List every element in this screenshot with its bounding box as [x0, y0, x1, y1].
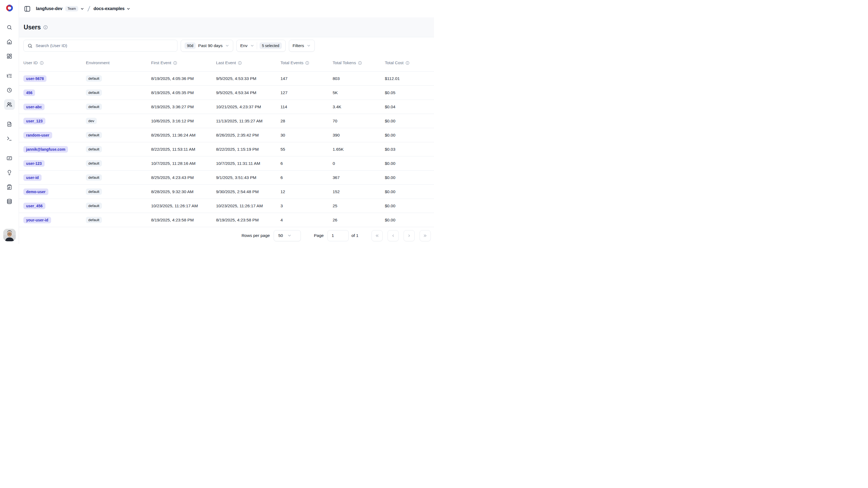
environment-badge: default [86, 104, 102, 110]
total-cost-cell: $0.00 [385, 175, 430, 180]
user-id-badge[interactable]: demo-user [23, 189, 49, 195]
rows-per-page-value: 50 [278, 233, 283, 238]
info-icon[interactable] [43, 25, 48, 30]
user-id-badge[interactable]: jannik@langfuse.com [23, 146, 68, 152]
total-events-cell: 114 [280, 105, 333, 109]
user-id-badge[interactable]: user_456 [23, 203, 45, 209]
breadcrumb-separator [87, 5, 91, 12]
last-page-button[interactable] [420, 230, 431, 241]
sidebar-item-home[interactable] [4, 36, 15, 47]
sidebar-item-scores[interactable] [4, 152, 15, 164]
column-header-total-events[interactable]: Total Events [280, 60, 333, 65]
environment-cell: default [86, 160, 151, 167]
first-event-cell: 8/28/2025, 9:32:30 AM [151, 189, 216, 194]
info-icon[interactable] [358, 61, 362, 65]
environment-badge: default [86, 146, 102, 152]
workspace-name[interactable]: langfuse-dev [36, 6, 62, 11]
chevron-down-icon[interactable] [126, 7, 130, 11]
previous-page-button[interactable] [388, 230, 399, 241]
total-events-cell: 12 [280, 189, 333, 194]
user-id-cell: user_456 [23, 203, 86, 209]
table-row[interactable]: user_456 default 10/23/2025, 11:26:17 AM… [19, 199, 434, 213]
user-id-cell: user-123 [23, 160, 86, 167]
last-event-cell: 8/22/2025, 1:15:19 PM [216, 147, 280, 152]
user-id-cell: user-id [23, 174, 86, 181]
sidebar-item-users[interactable] [4, 99, 15, 110]
users-table: User ID Environment First Event Last Eve… [19, 54, 434, 227]
info-icon[interactable] [238, 61, 242, 65]
table-row[interactable]: user-5678 default 8/19/2025, 4:05:36 PM … [19, 71, 434, 86]
sidebar-item-datasets[interactable] [4, 196, 15, 207]
time-range-button[interactable]: 90d Past 90 days [181, 40, 233, 52]
langfuse-logo[interactable] [4, 4, 15, 12]
filters-button[interactable]: Filters [289, 40, 315, 52]
sidebar-item-prompts[interactable] [4, 119, 15, 130]
sidebar-item-insights[interactable] [4, 167, 15, 178]
sidebar-item-evaluation[interactable] [4, 181, 15, 192]
user-id-badge[interactable]: 456 [23, 89, 35, 96]
search-icon [27, 43, 33, 49]
first-page-button[interactable] [372, 230, 383, 241]
column-header-total-cost[interactable]: Total Cost [385, 60, 430, 65]
next-page-button[interactable] [404, 230, 415, 241]
user-id-badge[interactable]: user-id [23, 174, 41, 181]
total-cost-cell: $0.04 [385, 105, 430, 109]
last-event-cell: 10/21/2025, 4:23:37 PM [216, 105, 280, 109]
info-icon[interactable] [305, 61, 309, 65]
table-row[interactable]: jannik@langfuse.com default 8/22/2025, 1… [19, 142, 434, 156]
sidebar-item-search[interactable] [4, 22, 15, 33]
column-header-user-id[interactable]: User ID [23, 60, 86, 65]
total-tokens-cell: 367 [333, 175, 385, 180]
sidebar [0, 0, 19, 244]
sidebar-item-sessions[interactable] [4, 85, 15, 95]
page-total-label: of 1 [351, 233, 359, 238]
info-icon[interactable] [173, 61, 177, 65]
environment-filter-button[interactable]: Env 5 selected [237, 40, 286, 52]
user-id-badge[interactable]: your-user-id [23, 217, 51, 223]
table-row[interactable]: demo-user default 8/28/2025, 9:32:30 AM … [19, 185, 434, 199]
last-event-cell: 9/5/2025, 4:53:34 PM [216, 90, 280, 95]
info-icon[interactable] [405, 61, 409, 65]
table-row[interactable]: user_123 dev 10/6/2025, 3:16:12 PM 11/13… [19, 114, 434, 128]
divider [257, 42, 257, 49]
column-header-environment[interactable]: Environment [86, 60, 151, 65]
sidebar-item-dashboards[interactable] [4, 51, 15, 61]
sidebar-toggle-button[interactable] [24, 5, 31, 12]
page-header: Users [19, 18, 434, 37]
column-header-total-tokens[interactable]: Total Tokens [333, 60, 385, 65]
page-number-input[interactable] [328, 230, 349, 241]
table-row[interactable]: random-user default 8/26/2025, 11:36:24 … [19, 128, 434, 142]
rows-per-page-select[interactable]: 50 [274, 230, 301, 241]
info-icon[interactable] [40, 61, 44, 65]
table-row[interactable]: user-id default 8/25/2025, 4:23:43 PM 9/… [19, 171, 434, 185]
user-id-badge[interactable]: user-123 [23, 160, 44, 167]
table-row[interactable]: user-123 default 10/7/2025, 11:28:16 AM … [19, 156, 434, 171]
sidebar-item-tracing[interactable] [4, 70, 15, 81]
table-row[interactable]: 456 default 8/19/2025, 4:05:35 PM 9/5/20… [19, 86, 434, 100]
table-row[interactable]: user-abc default 8/19/2025, 3:36:27 PM 1… [19, 100, 434, 114]
user-id-badge[interactable]: user_123 [23, 118, 45, 124]
user-id-cell: your-user-id [23, 217, 86, 223]
column-header-last-event[interactable]: Last Event [216, 60, 280, 65]
environment-cell: default [86, 217, 151, 223]
env-selected-badge: 5 selected [259, 42, 282, 49]
user-id-badge[interactable]: random-user [23, 132, 52, 139]
chevron-right-icon [407, 233, 411, 238]
user-avatar[interactable] [3, 229, 16, 241]
total-cost-cell: $0.05 [385, 90, 430, 95]
column-header-first-event[interactable]: First Event [151, 60, 216, 65]
user-id-cell: user-abc [23, 104, 86, 110]
user-id-cell: jannik@langfuse.com [23, 146, 86, 152]
total-events-cell: 30 [280, 133, 333, 138]
user-id-badge[interactable]: user-5678 [23, 75, 46, 82]
total-cost-cell: $0.00 [385, 133, 430, 138]
chevron-down-icon [307, 44, 311, 48]
user-id-badge[interactable]: user-abc [23, 104, 44, 110]
table-row[interactable]: your-user-id default 8/19/2025, 4:23:58 … [19, 213, 434, 227]
project-name[interactable]: docs-examples [93, 6, 124, 11]
total-cost-cell: $0.00 [385, 203, 430, 208]
chevron-down-icon[interactable] [80, 7, 84, 11]
sidebar-item-playground[interactable] [4, 133, 15, 144]
search-input[interactable] [36, 43, 174, 48]
last-event-cell: 10/7/2025, 11:31:11 AM [216, 161, 280, 166]
